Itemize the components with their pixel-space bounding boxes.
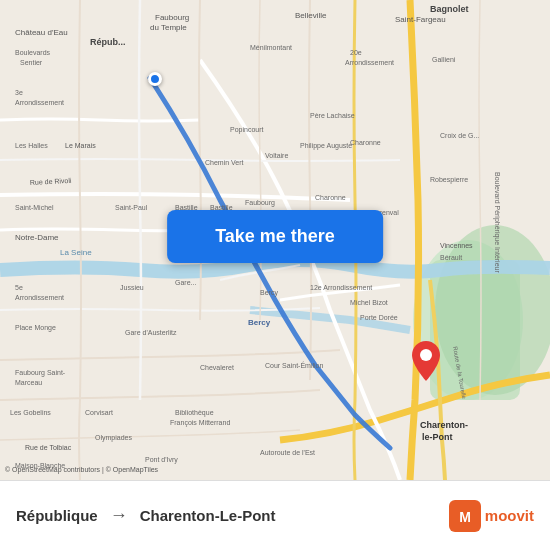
svg-text:Répub...: Répub... [90,37,126,47]
svg-text:Pont d'Ivry: Pont d'Ivry [145,456,178,464]
svg-text:Jussieu: Jussieu [120,284,144,291]
svg-text:12e Arrondissement: 12e Arrondissement [310,284,372,291]
svg-text:Gallieni: Gallieni [432,56,456,63]
svg-text:Gare d'Austerlitz: Gare d'Austerlitz [125,329,177,336]
svg-text:Marceau: Marceau [15,379,42,386]
svg-text:Rue de Tolbiac: Rue de Tolbiac [25,444,72,451]
svg-text:Château d'Eau: Château d'Eau [15,28,68,37]
svg-text:Bercy: Bercy [248,318,271,327]
bottom-bar: République → Charenton-Le-Pont M moovit [0,480,550,550]
svg-text:Saint-Fargeau: Saint-Fargeau [395,15,446,24]
svg-text:Cour Saint-Émilion: Cour Saint-Émilion [265,361,323,369]
svg-text:Arrondissement: Arrondissement [15,99,64,106]
svg-text:Voltaire: Voltaire [265,152,288,159]
svg-text:Charonne: Charonne [350,139,381,146]
svg-text:Charenton-: Charenton- [420,420,468,430]
svg-text:Gare...: Gare... [175,279,196,286]
svg-text:Sentier: Sentier [20,59,43,66]
svg-text:Boulevards: Boulevards [15,49,51,56]
svg-text:Philippe Auguste: Philippe Auguste [300,142,352,150]
take-me-there-button[interactable]: Take me there [167,210,383,263]
svg-text:M: M [459,509,471,525]
map-container: Château d'Eau Faubourg du Temple Bellevi… [0,0,550,480]
svg-text:Corvisart: Corvisart [85,409,113,416]
svg-point-71 [420,349,432,361]
svg-text:Arrondissement: Arrondissement [15,294,64,301]
svg-text:Vincennes: Vincennes [440,242,473,249]
svg-point-3 [435,225,550,395]
moovit-logo: M moovit [449,500,534,532]
origin-marker [148,72,162,86]
svg-text:Les Halles: Les Halles [15,142,48,149]
svg-text:Faubourg: Faubourg [155,13,189,22]
svg-text:Faubourg Saint-: Faubourg Saint- [15,369,66,377]
svg-text:Bagnolet: Bagnolet [430,4,469,14]
svg-text:Saint-Paul: Saint-Paul [115,204,148,211]
svg-text:5e: 5e [15,284,23,291]
svg-text:François Mitterrand: François Mitterrand [170,419,230,427]
svg-text:Père Lachaise: Père Lachaise [310,112,355,119]
moovit-icon: M [449,500,481,532]
svg-text:Croix de G...: Croix de G... [440,132,479,139]
svg-text:Bibliothèque: Bibliothèque [175,409,214,417]
moovit-brand-text: moovit [485,507,534,524]
svg-text:le-Pont: le-Pont [422,432,453,442]
svg-text:Bérault: Bérault [440,254,462,261]
svg-text:Ménilmontant: Ménilmontant [250,44,292,51]
svg-text:Boulevard Périphérique Intérie: Boulevard Périphérique Intérieur [493,172,501,273]
svg-text:Arrondissement: Arrondissement [345,59,394,66]
svg-text:Autoroute de l'Est: Autoroute de l'Est [260,449,315,456]
svg-text:Les Gobelins: Les Gobelins [10,409,51,416]
svg-text:Bercy: Bercy [260,289,278,297]
route-to-label: Charenton-Le-Pont [140,507,276,524]
svg-text:Porte Dorée: Porte Dorée [360,314,398,321]
svg-text:Robespierre: Robespierre [430,176,468,184]
destination-marker [412,341,440,385]
svg-text:du Temple: du Temple [150,23,187,32]
svg-text:© OpenStreetMap contributors |: © OpenStreetMap contributors | © OpenMap… [5,466,159,474]
svg-text:Le Marais: Le Marais [65,142,96,149]
svg-text:3e: 3e [15,89,23,96]
svg-text:Faubourg: Faubourg [245,199,275,207]
svg-text:Olympiades: Olympiades [95,434,132,442]
svg-text:Notre-Dame: Notre-Dame [15,233,59,242]
svg-text:Saint-Michel: Saint-Michel [15,204,54,211]
svg-text:Chemin Vert: Chemin Vert [205,159,244,166]
svg-text:Michel Bizot: Michel Bizot [350,299,388,306]
svg-text:20e: 20e [350,49,362,56]
svg-text:Chevaleret: Chevaleret [200,364,234,371]
svg-text:La Seine: La Seine [60,248,92,257]
route-from-label: République [16,507,98,524]
svg-text:Charonne: Charonne [315,194,346,201]
svg-text:Belleville: Belleville [295,11,327,20]
svg-text:Popincourt: Popincourt [230,126,264,134]
route-arrow-icon: → [110,505,128,526]
svg-text:Place Monge: Place Monge [15,324,56,332]
